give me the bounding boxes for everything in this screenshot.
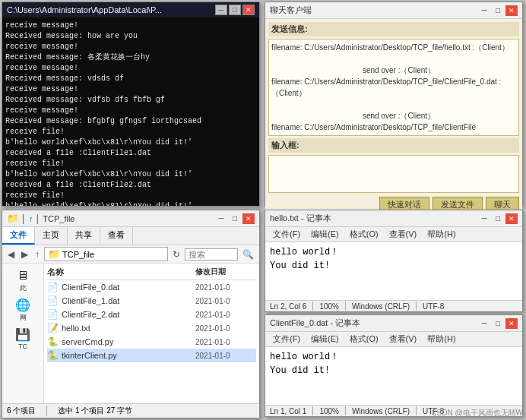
notepad1-zoom: 100% <box>319 302 339 311</box>
terminal-window: C:\Users\Administrator\AppData\Local\P..… <box>2 2 260 207</box>
sidebar-icon: 💾 <box>15 327 30 342</box>
nav-forward-button[interactable]: ▶ <box>19 248 30 261</box>
notepad1-minimize-button[interactable]: ─ <box>478 213 490 224</box>
explorer-nav: ◀ ▶ ↑ 📁 TCP_file ↻ 🔍 <box>2 245 259 264</box>
notepad2-body[interactable]: hello world！You did it! <box>265 347 522 405</box>
file-date: 2021-01-0 <box>195 311 256 319</box>
file-icon: 📄 <box>47 295 59 306</box>
terminal-line: b'hello world\xef\xbc\x81\r\nYou did it!… <box>5 169 256 180</box>
explorer-tab-查看[interactable]: 查看 <box>100 227 133 245</box>
address-bar[interactable]: 📁 TCP_file <box>44 247 168 261</box>
status-divider5 <box>345 406 346 415</box>
explorer-sidebar: 🖥此🌐网💾TC <box>2 264 44 403</box>
status-divider4 <box>312 406 313 415</box>
sidebar-icon: 🖥 <box>17 269 29 283</box>
notepad1-menu: 文件(F)编辑(E)格式(O)查看(V)帮助(H) <box>265 227 522 242</box>
notepad2-position: Ln 1, Col 1 <box>270 407 306 415</box>
file-list: 📄ClientFile_0.dat2021-01-0📄ClientFile_1.… <box>47 280 256 362</box>
notepad2-menu-item[interactable]: 格式(O) <box>345 333 383 346</box>
file-item[interactable]: 📄ClientFile_2.dat2021-01-0 <box>47 308 256 321</box>
chat-controls: ─ □ ✕ <box>478 5 518 16</box>
notepad2-close-button[interactable]: ✕ <box>505 318 518 329</box>
terminal-line: b'hello world\xef\xbc\x81\r\nYou did it!… <box>5 201 256 206</box>
file-date: 2021-01-0 <box>195 283 256 292</box>
notepad2-controls: ─ □ ✕ <box>478 318 518 329</box>
notepad2-line-ending: Windows (CRLF) <box>352 407 410 415</box>
terminal-line: Received message: how are you <box>5 31 256 42</box>
column-date: 修改日期 <box>195 267 256 278</box>
chat-input-area[interactable] <box>268 155 519 193</box>
terminal-title: C:\Users\Administrator\AppData\Local\P..… <box>7 5 215 14</box>
notepad1-body[interactable]: hello world！You did it! <box>265 242 522 300</box>
notepad1-close-button[interactable]: ✕ <box>505 213 518 224</box>
chat-messages-text: filename: C:/Users/Administrator/Desktop… <box>271 42 516 133</box>
explorer-controls: ─ □ ✕ <box>215 213 255 224</box>
explorer-minimize-button[interactable]: ─ <box>215 213 227 224</box>
terminal-minimize-button[interactable]: ─ <box>215 5 227 15</box>
notepad2-menu-item[interactable]: 帮助(H) <box>423 333 460 346</box>
chat-minimize-button[interactable]: ─ <box>478 5 490 16</box>
sidebar-item-TC[interactable]: 💾TC <box>4 325 42 352</box>
file-icon: 📝 <box>47 323 59 333</box>
terminal-line: receive message! <box>5 84 256 95</box>
file-icon: 🐍 <box>47 350 59 361</box>
status-item-1: 选中 1 个项目 27 字节 <box>58 406 132 416</box>
address-text: TCP_file <box>62 250 94 259</box>
explorer-tab-文件[interactable]: 文件 <box>2 227 35 245</box>
explorer-maximize-button[interactable]: □ <box>229 213 241 224</box>
sidebar-item-此[interactable]: 🖥此 <box>4 267 42 295</box>
sidebar-icon: 🌐 <box>15 298 30 312</box>
notepad2-menu-item[interactable]: 编辑(E) <box>306 333 344 346</box>
terminal-line: receive file! <box>5 191 256 201</box>
terminal-body: receive message!Received message: how ar… <box>2 17 259 206</box>
refresh-button[interactable]: ↻ <box>170 248 182 261</box>
notepad1-menu-item[interactable]: 帮助(H) <box>423 228 460 241</box>
notepad2-menu-item[interactable]: 文件(F) <box>268 333 305 346</box>
file-item[interactable]: 📄ClientFile_1.dat2021-01-0 <box>47 294 256 308</box>
terminal-maximize-button[interactable]: □ <box>229 5 241 15</box>
notepad1-maximize-button[interactable]: □ <box>492 213 504 224</box>
chat-close-button[interactable]: ✕ <box>505 5 518 16</box>
explorer-tab-共享[interactable]: 共享 <box>68 227 100 245</box>
terminal-line: receive message! <box>5 106 256 116</box>
notepad2-window: ClientFile_0.dat - 记事本 ─ □ ✕ 文件(F)编辑(E)格… <box>265 314 523 417</box>
file-item[interactable]: 📄ClientFile_0.dat2021-01-0 <box>47 280 256 294</box>
terminal-line: received a file :ClientFile2.dat <box>5 180 256 191</box>
notepad2-menu-item[interactable]: 查看(V) <box>385 333 422 346</box>
notepad1-title: hello.txt - 记事本 <box>270 213 478 224</box>
sidebar-item-网[interactable]: 🌐网 <box>4 295 42 325</box>
terminal-line: receive message! <box>5 42 256 52</box>
chat-maximize-button[interactable]: □ <box>492 5 504 16</box>
file-name: ClientFile_0.dat <box>62 283 195 292</box>
chat-body: 发送信息: filename: C:/Users/Administrator/D… <box>265 19 522 217</box>
file-name: hello.txt <box>62 324 195 333</box>
file-name: serverCmd.py <box>62 337 195 346</box>
status-item-0: 6 个项目 <box>7 406 36 416</box>
search-button[interactable]: 🔍 <box>240 248 256 261</box>
folder-icon: 📁 <box>48 248 60 260</box>
chat-messages: filename: C:/Users/Administrator/Desktop… <box>268 39 519 136</box>
explorer-close-button[interactable]: ✕ <box>242 213 255 224</box>
file-item[interactable]: 📝hello.txt2021-01-0 <box>47 321 256 335</box>
chat-input-label: 输入框: <box>268 138 519 153</box>
notepad2-minimize-button[interactable]: ─ <box>478 318 490 329</box>
nav-back-button[interactable]: ◀ <box>5 248 17 261</box>
file-item[interactable]: 🐍tkinterClient.py2021-01-0 <box>47 349 256 362</box>
explorer-tab-主页[interactable]: 主页 <box>35 227 68 245</box>
notepad1-menu-item[interactable]: 查看(V) <box>385 228 422 241</box>
notepad2-maximize-button[interactable]: □ <box>492 318 504 329</box>
notepad2-content-line: hello world！ <box>270 350 518 364</box>
terminal-line: receive file! <box>5 127 256 137</box>
notepad1-title-bar: hello.txt - 记事本 ─ □ ✕ <box>265 210 522 227</box>
search-input[interactable] <box>185 248 238 261</box>
status-divider3 <box>416 302 417 311</box>
notepad1-menu-item[interactable]: 格式(O) <box>345 228 383 241</box>
notepad1-menu-item[interactable]: 文件(F) <box>268 228 305 241</box>
file-item[interactable]: 🐍serverCmd.py2021-01-0 <box>47 335 256 349</box>
terminal-close-button[interactable]: ✕ <box>242 5 255 15</box>
notepad1-menu-item[interactable]: 编辑(E) <box>306 228 344 241</box>
explorer-tabs: 文件主页共享查看 <box>2 227 259 245</box>
nav-up-button[interactable]: ↑ <box>33 248 42 261</box>
notepad2-zoom: 100% <box>319 407 339 415</box>
terminal-line: b'hello world\xef\xbc\x81\r\nYou did it!… <box>5 137 256 148</box>
